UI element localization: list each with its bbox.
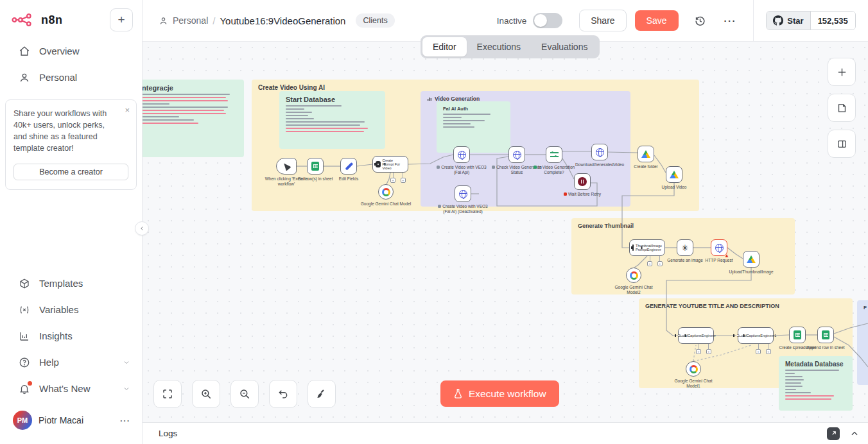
node-social-2[interactable]: SocialCaptionsEngineer1 — [738, 327, 774, 344]
node-append-row[interactable] — [817, 327, 834, 343]
logs-bar[interactable]: Logs — [143, 422, 868, 444]
zoom-in-button[interactable] — [192, 380, 220, 408]
node-wait-retry[interactable] — [574, 173, 591, 190]
node-upload-thumb[interactable] — [743, 251, 759, 268]
node-create-prompt[interactable]: Create Prompt For Video — [372, 156, 408, 173]
sub-endpoint-tool[interactable]: + — [657, 261, 663, 266]
become-creator-button[interactable]: Become a creator — [13, 164, 128, 180]
fit-view-button[interactable] — [153, 380, 182, 408]
node-check-status[interactable] — [508, 146, 525, 163]
globe-icon — [596, 148, 604, 157]
sticky-note-text-line — [785, 392, 811, 393]
node-veo3[interactable] — [453, 146, 470, 163]
sticky-note-text-line — [286, 121, 365, 123]
sticky-note-integracje[interactable]: Integracje — [143, 80, 244, 157]
node-if-complete[interactable] — [546, 146, 562, 163]
zoom-out-button[interactable] — [230, 380, 259, 408]
sidebar-item-label: Templates — [39, 278, 83, 289]
sticky-note-generate-thumbnail[interactable]: Generate Thumbnail — [571, 218, 795, 295]
node-gemini-1[interactable] — [378, 184, 394, 200]
node-get-rows[interactable] — [307, 158, 324, 175]
sticky-note-metadata-database[interactable]: Metadata Database — [779, 356, 853, 411]
node-trigger[interactable] — [276, 158, 297, 175]
github-star-button[interactable]: Star 152,535 — [766, 11, 855, 30]
sidebar-item-whats-new[interactable]: What's New — [0, 375, 142, 402]
sub-endpoint-memory[interactable]: + — [696, 349, 701, 354]
node-create-spreadsheet[interactable] — [789, 327, 806, 343]
sub-endpoint-memory[interactable]: + — [756, 349, 761, 354]
toggle-panel-button[interactable] — [828, 130, 856, 158]
sidebar-item-variables[interactable]: Variables — [0, 296, 142, 323]
tab-editor[interactable]: Editor — [422, 37, 467, 56]
sub-endpoint-tool[interactable]: + — [401, 178, 406, 183]
node-gemini-3[interactable] — [686, 361, 701, 377]
error-icon: ▲ — [724, 253, 729, 259]
sticky-note-title: Start Database — [286, 96, 379, 103]
sidebar-item-overview[interactable]: Overview — [0, 38, 142, 64]
share-button[interactable]: Share — [579, 10, 626, 31]
node-create-folder[interactable] — [638, 146, 654, 162]
clients-tag[interactable]: Clients — [356, 13, 394, 28]
sub-endpoint-tool[interactable]: + — [766, 349, 771, 354]
sheets-icon — [794, 330, 801, 339]
sidebar-item-label: Variables — [39, 304, 78, 315]
logo-text: n8n — [41, 13, 63, 27]
sticky-note-fal-ai-auth[interactable]: Fal AI Auth — [437, 101, 510, 153]
user-menu-row[interactable]: PM Piotr Macai ··· — [0, 402, 142, 441]
sticky-note-text-line — [785, 389, 796, 390]
sub-endpoint-memory[interactable]: + — [647, 261, 652, 266]
sticky-note-start-database[interactable]: Start Database — [279, 91, 385, 149]
node-upload-video[interactable] — [666, 166, 682, 183]
tab-executions[interactable]: Executions — [467, 37, 531, 56]
workflow-name[interactable]: Youtube16:9VideoGeneration — [220, 15, 345, 26]
add-node-button[interactable] — [828, 58, 856, 86]
breadcrumb-separator: / — [213, 15, 215, 26]
github-icon — [773, 15, 783, 26]
sticky-note-title: Generate Thumbnail — [578, 223, 788, 229]
more-options-icon[interactable]: ··· — [724, 15, 737, 26]
sidebar-item-insights[interactable]: Insights — [0, 323, 142, 349]
add-sticky-note-button[interactable] — [828, 94, 856, 122]
node-title: SocialCaptionsEngineer — [678, 334, 716, 337]
breadcrumb-project[interactable]: Personal — [173, 15, 208, 26]
sticky-note-text-line — [785, 376, 803, 377]
sidebar-item-help[interactable]: Help — [0, 349, 142, 375]
save-button[interactable]: Save — [635, 10, 679, 31]
sticky-note-title: GENERATE YOUTUBE TITLE AND DESCRIPTION — [645, 303, 846, 309]
undo-button[interactable] — [269, 380, 297, 408]
sticky-note-text-line — [785, 373, 795, 374]
node-download-video[interactable] — [591, 144, 608, 160]
node-veo3-deactivated[interactable] — [455, 185, 471, 202]
add-workflow-button[interactable]: + — [110, 8, 133, 31]
n8n-logo[interactable]: n8n — [12, 13, 63, 27]
avatar: PM — [13, 411, 32, 430]
sticky-note-partial-note[interactable]: F — [857, 300, 868, 385]
expand-logs-icon[interactable] — [850, 429, 859, 438]
node-thumb-prompt[interactable]: ThumbnailImage PromptEngineer — [629, 239, 665, 256]
sticky-note-text-line — [785, 379, 804, 380]
active-toggle[interactable] — [533, 13, 562, 28]
sidebar-item-templates[interactable]: Templates — [0, 270, 142, 296]
execute-workflow-button[interactable]: Execute workflow — [440, 380, 559, 407]
workflow-canvas[interactable]: Create Video Using AIVideo GenerationInt… — [143, 42, 868, 422]
user-options-icon[interactable]: ··· — [120, 416, 130, 425]
node-edit-fields[interactable] — [340, 158, 357, 175]
sub-endpoint-tool[interactable]: + — [706, 349, 711, 354]
sheets-icon — [311, 162, 319, 171]
tab-evaluations[interactable]: Evaluations — [531, 37, 598, 56]
close-icon[interactable]: × — [125, 105, 130, 115]
sidebar-item-personal[interactable]: Personal — [0, 64, 142, 90]
node-generate-image[interactable]: ✳ — [677, 239, 693, 256]
sidebar-bottom-group: Templates Variables Insights Help — [0, 270, 142, 444]
node-http-request[interactable]: ▲ — [711, 239, 727, 256]
sheets-icon — [822, 330, 829, 339]
sidebar-collapse-button[interactable] — [135, 221, 149, 235]
history-icon[interactable] — [694, 15, 706, 27]
open-logs-popup-icon[interactable] — [827, 427, 840, 440]
sub-endpoint-memory[interactable]: + — [390, 178, 395, 183]
tidy-up-button[interactable] — [308, 380, 336, 408]
variables-icon — [18, 303, 30, 316]
node-gemini-2[interactable] — [626, 268, 641, 283]
node-social-1[interactable]: SocialCaptionsEngineer — [678, 327, 714, 344]
bar-chart-icon — [18, 330, 30, 342]
